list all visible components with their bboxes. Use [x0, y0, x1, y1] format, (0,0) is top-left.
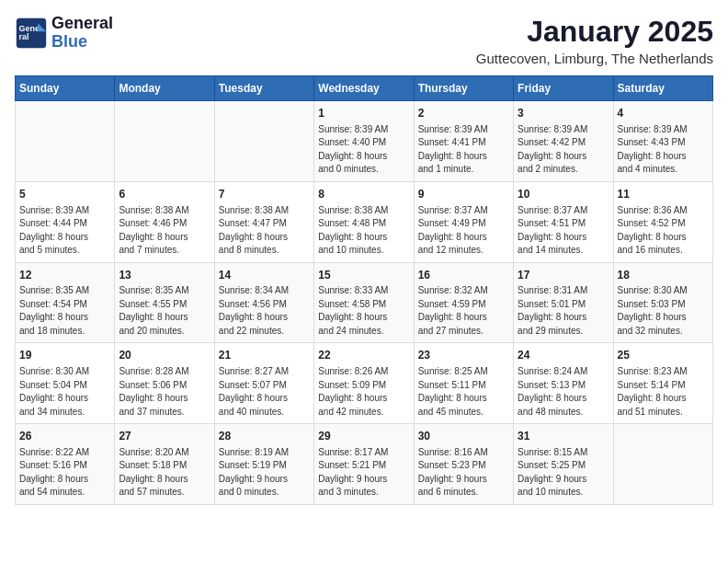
- day-info: Sunrise: 8:31 AM Sunset: 5:01 PM Dayligh…: [518, 284, 609, 338]
- calendar-cell: 29Sunrise: 8:17 AM Sunset: 5:21 PM Dayli…: [314, 424, 414, 505]
- day-number: 30: [418, 429, 509, 444]
- day-number: 15: [318, 268, 409, 283]
- weekday-header: Saturday: [613, 76, 712, 101]
- calendar-week-row: 19Sunrise: 8:30 AM Sunset: 5:04 PM Dayli…: [16, 343, 713, 424]
- day-info: Sunrise: 8:27 AM Sunset: 5:07 PM Dayligh…: [219, 365, 310, 419]
- day-info: Sunrise: 8:16 AM Sunset: 5:23 PM Dayligh…: [418, 446, 509, 500]
- calendar-cell: 31Sunrise: 8:15 AM Sunset: 5:25 PM Dayli…: [514, 424, 613, 505]
- logo-line1: General: [51, 15, 113, 33]
- day-info: Sunrise: 8:38 AM Sunset: 4:47 PM Dayligh…: [219, 204, 310, 258]
- day-number: 21: [219, 348, 310, 363]
- day-info: Sunrise: 8:22 AM Sunset: 5:16 PM Dayligh…: [19, 446, 110, 500]
- day-number: 16: [418, 268, 509, 283]
- calendar-cell: 25Sunrise: 8:23 AM Sunset: 5:14 PM Dayli…: [613, 343, 712, 424]
- day-info: Sunrise: 8:19 AM Sunset: 5:19 PM Dayligh…: [219, 446, 310, 500]
- calendar-cell: 9Sunrise: 8:37 AM Sunset: 4:49 PM Daylig…: [414, 181, 513, 262]
- day-info: Sunrise: 8:30 AM Sunset: 5:04 PM Dayligh…: [19, 365, 110, 419]
- calendar-week-row: 12Sunrise: 8:35 AM Sunset: 4:54 PM Dayli…: [16, 262, 713, 343]
- day-number: 4: [618, 106, 709, 121]
- day-number: 24: [518, 348, 609, 363]
- day-info: Sunrise: 8:39 AM Sunset: 4:41 PM Dayligh…: [418, 123, 509, 177]
- weekday-header: Tuesday: [214, 76, 313, 101]
- day-info: Sunrise: 8:33 AM Sunset: 4:58 PM Dayligh…: [318, 284, 409, 338]
- day-number: 5: [19, 187, 110, 202]
- page-title: January 2025: [476, 15, 713, 49]
- day-info: Sunrise: 8:25 AM Sunset: 5:11 PM Dayligh…: [418, 365, 509, 419]
- page-subtitle: Guttecoven, Limburg, The Netherlands: [476, 51, 713, 66]
- day-info: Sunrise: 8:34 AM Sunset: 4:56 PM Dayligh…: [219, 284, 310, 338]
- day-number: 1: [318, 106, 409, 121]
- day-info: Sunrise: 8:20 AM Sunset: 5:18 PM Dayligh…: [119, 446, 210, 500]
- logo-line2: Blue: [51, 33, 113, 52]
- day-number: 19: [19, 348, 110, 363]
- calendar-cell: 19Sunrise: 8:30 AM Sunset: 5:04 PM Dayli…: [16, 343, 115, 424]
- day-info: Sunrise: 8:26 AM Sunset: 5:09 PM Dayligh…: [318, 365, 409, 419]
- calendar-cell: 16Sunrise: 8:32 AM Sunset: 4:59 PM Dayli…: [414, 262, 513, 343]
- day-number: 9: [418, 187, 509, 202]
- calendar-cell: 28Sunrise: 8:19 AM Sunset: 5:19 PM Dayli…: [214, 424, 313, 505]
- day-info: Sunrise: 8:35 AM Sunset: 4:54 PM Dayligh…: [19, 284, 110, 338]
- calendar-cell: 12Sunrise: 8:35 AM Sunset: 4:54 PM Dayli…: [16, 262, 115, 343]
- calendar-week-row: 1Sunrise: 8:39 AM Sunset: 4:40 PM Daylig…: [16, 101, 713, 182]
- weekday-header: Monday: [115, 76, 214, 101]
- day-info: Sunrise: 8:15 AM Sunset: 5:25 PM Dayligh…: [518, 446, 609, 500]
- day-number: 31: [518, 429, 609, 444]
- day-info: Sunrise: 8:23 AM Sunset: 5:14 PM Dayligh…: [618, 365, 709, 419]
- day-number: 22: [318, 348, 409, 363]
- title-block: January 2025 Guttecoven, Limburg, The Ne…: [476, 15, 713, 66]
- calendar-cell: 15Sunrise: 8:33 AM Sunset: 4:58 PM Dayli…: [314, 262, 414, 343]
- day-number: 18: [618, 268, 709, 283]
- calendar-cell: 11Sunrise: 8:36 AM Sunset: 4:52 PM Dayli…: [613, 181, 712, 262]
- day-info: Sunrise: 8:17 AM Sunset: 5:21 PM Dayligh…: [318, 446, 409, 500]
- calendar-cell: 6Sunrise: 8:38 AM Sunset: 4:46 PM Daylig…: [115, 181, 214, 262]
- day-number: 3: [518, 106, 609, 121]
- calendar-cell: 7Sunrise: 8:38 AM Sunset: 4:47 PM Daylig…: [214, 181, 313, 262]
- day-number: 14: [219, 268, 310, 283]
- weekday-header: Wednesday: [314, 76, 414, 101]
- calendar-cell: 10Sunrise: 8:37 AM Sunset: 4:51 PM Dayli…: [514, 181, 613, 262]
- day-number: 28: [219, 429, 310, 444]
- day-info: Sunrise: 8:32 AM Sunset: 4:59 PM Dayligh…: [418, 284, 509, 338]
- page-header: Gene- ral General Blue January 2025 Gutt…: [15, 15, 713, 66]
- weekday-header: Sunday: [16, 76, 115, 101]
- day-info: Sunrise: 8:39 AM Sunset: 4:42 PM Dayligh…: [518, 123, 609, 177]
- day-info: Sunrise: 8:35 AM Sunset: 4:55 PM Dayligh…: [119, 284, 210, 338]
- day-number: 29: [318, 429, 409, 444]
- calendar-table: SundayMondayTuesdayWednesdayThursdayFrid…: [15, 75, 713, 505]
- day-info: Sunrise: 8:37 AM Sunset: 4:51 PM Dayligh…: [518, 204, 609, 258]
- calendar-cell: 23Sunrise: 8:25 AM Sunset: 5:11 PM Dayli…: [414, 343, 513, 424]
- calendar-cell: 17Sunrise: 8:31 AM Sunset: 5:01 PM Dayli…: [514, 262, 613, 343]
- calendar-cell: [16, 101, 115, 182]
- day-number: 27: [119, 429, 210, 444]
- weekday-header: Friday: [514, 76, 613, 101]
- day-number: 10: [518, 187, 609, 202]
- day-number: 11: [618, 187, 709, 202]
- calendar-week-row: 26Sunrise: 8:22 AM Sunset: 5:16 PM Dayli…: [16, 424, 713, 505]
- calendar-cell: [613, 424, 712, 505]
- calendar-week-row: 5Sunrise: 8:39 AM Sunset: 4:44 PM Daylig…: [16, 181, 713, 262]
- day-info: Sunrise: 8:39 AM Sunset: 4:43 PM Dayligh…: [618, 123, 709, 177]
- day-info: Sunrise: 8:38 AM Sunset: 4:46 PM Dayligh…: [119, 204, 210, 258]
- calendar-cell: 8Sunrise: 8:38 AM Sunset: 4:48 PM Daylig…: [314, 181, 414, 262]
- calendar-cell: [214, 101, 313, 182]
- day-info: Sunrise: 8:30 AM Sunset: 5:03 PM Dayligh…: [618, 284, 709, 338]
- day-info: Sunrise: 8:28 AM Sunset: 5:06 PM Dayligh…: [119, 365, 210, 419]
- day-info: Sunrise: 8:39 AM Sunset: 4:44 PM Dayligh…: [19, 204, 110, 258]
- calendar-cell: 20Sunrise: 8:28 AM Sunset: 5:06 PM Dayli…: [115, 343, 214, 424]
- day-info: Sunrise: 8:37 AM Sunset: 4:49 PM Dayligh…: [418, 204, 509, 258]
- calendar-cell: 27Sunrise: 8:20 AM Sunset: 5:18 PM Dayli…: [115, 424, 214, 505]
- day-number: 8: [318, 187, 409, 202]
- calendar-cell: 22Sunrise: 8:26 AM Sunset: 5:09 PM Dayli…: [314, 343, 414, 424]
- day-number: 13: [119, 268, 210, 283]
- logo-icon: Gene- ral: [15, 17, 48, 50]
- day-number: 6: [119, 187, 210, 202]
- calendar-cell: 2Sunrise: 8:39 AM Sunset: 4:41 PM Daylig…: [414, 101, 513, 182]
- calendar-cell: 30Sunrise: 8:16 AM Sunset: 5:23 PM Dayli…: [414, 424, 513, 505]
- calendar-cell: 18Sunrise: 8:30 AM Sunset: 5:03 PM Dayli…: [613, 262, 712, 343]
- calendar-cell: 3Sunrise: 8:39 AM Sunset: 4:42 PM Daylig…: [514, 101, 613, 182]
- svg-text:ral: ral: [19, 32, 29, 41]
- day-info: Sunrise: 8:36 AM Sunset: 4:52 PM Dayligh…: [618, 204, 709, 258]
- calendar-cell: 13Sunrise: 8:35 AM Sunset: 4:55 PM Dayli…: [115, 262, 214, 343]
- day-number: 25: [618, 348, 709, 363]
- calendar-cell: 26Sunrise: 8:22 AM Sunset: 5:16 PM Dayli…: [16, 424, 115, 505]
